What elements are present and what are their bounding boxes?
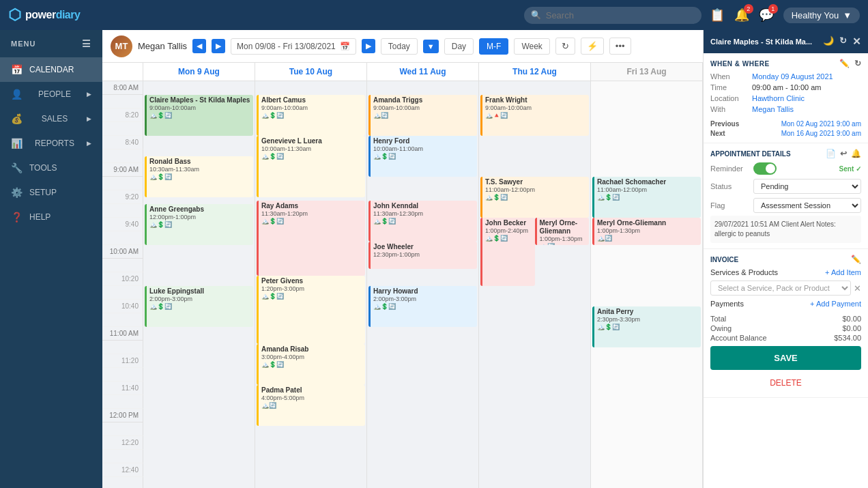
add-payment-button[interactable]: + Add Payment [810, 300, 861, 308]
reminder-toggle[interactable] [753, 162, 777, 175]
settings-button[interactable]: ⚡ [581, 38, 604, 55]
status-select[interactable]: Pending Confirmed Cancelled [753, 179, 861, 194]
logo: ⬡ powerdiary [8, 6, 80, 24]
owing-row: Owing $0.00 [710, 324, 861, 332]
doc-icon[interactable]: 📄 [826, 149, 836, 158]
calendar-picker-icon[interactable]: 📅 [340, 42, 350, 51]
help-icon: ❓ [11, 212, 23, 223]
rp-header: Claire Maples - St Kilda Ma... 🌙 ↻ ✕ [704, 30, 868, 53]
appt-harry-howard[interactable]: Harry Howard 2:00pm-3:00pm 🏔️💲🔄 [368, 286, 477, 327]
appt-genevieve-luera[interactable]: Genevieve L Luera 10:00am-11:30am 🏔️💲🔄 [257, 136, 365, 197]
appt-details-title: APPOINTMENT DETAILS 📄 ↩ 🔔 [710, 149, 861, 158]
next-date-button[interactable]: ▶ [362, 39, 375, 53]
history-icon[interactable]: ↩ [840, 149, 847, 158]
delete-button[interactable]: DELETE [710, 374, 861, 392]
user-menu-button[interactable]: Healthy You ▼ [783, 8, 860, 23]
location-row: Location Hawthorn Clinic [710, 94, 861, 102]
sidebar-item-reports[interactable]: 📊 REPORTS ▶ [0, 131, 102, 156]
appt-peter-givens[interactable]: Peter Givens 1:20pm-3:00pm 🏔️💲🔄 [257, 276, 365, 344]
more-button[interactable]: ••• [609, 38, 631, 55]
refresh-icon[interactable]: ↻ [854, 59, 862, 68]
menu-label: MENU [11, 40, 35, 48]
time-1100: 11:00 AM [102, 327, 143, 341]
appt-john-kenndal[interactable]: John Kenndal 11:30am-12:30pm 🏔️💲🔄 [368, 201, 477, 242]
appt-frank-wright[interactable]: Frank Wright 9:00am-10:00am 🏔️🔺🔄 [480, 95, 589, 136]
previous-row: Previous Mon 02 Aug 2021 9:00 am [710, 120, 861, 128]
add-item-button[interactable]: + Add Item [825, 268, 861, 276]
when-row: When Monday 09 August 2021 [710, 72, 861, 81]
save-button[interactable]: SAVE [710, 346, 861, 370]
right-panel: Claire Maples - St Kilda Ma... 🌙 ↻ ✕ WHE… [703, 30, 868, 488]
time-labels: 8:00 AM 8:20 8:40 9:00 AM 9:20 9:40 [102, 81, 143, 488]
appt-anita-perry[interactable]: Anita Perry 2:30pm-3:30pm 🏔️💲🔄 [592, 306, 701, 347]
chat-icon[interactable]: 💬 1 [759, 8, 774, 23]
account-balance-row: Account Balance $534.00 [710, 334, 861, 342]
menu-header: MENU ☰ [0, 30, 102, 57]
rp-title: Claire Maples - St Kilda Ma... [710, 38, 812, 46]
chevron-down-icon: ▼ [843, 10, 852, 20]
appt-joe-wheeler[interactable]: Joe Wheeler 12:30pm-1:00pm [368, 242, 477, 269]
invoice-title: INVOICE ✏️ [710, 255, 861, 264]
time-1000: 10:00 AM [102, 245, 143, 259]
search-input[interactable] [524, 7, 701, 24]
moon-icon: 🌙 [823, 35, 834, 48]
today-button[interactable]: Today [381, 38, 418, 55]
appt-ronald-bass[interactable]: Ronald Bass 10:30am-11:30am 🏔️💲🔄 [145, 156, 253, 197]
flag-select[interactable]: Assessment Session [753, 198, 861, 213]
sidebar-item-help[interactable]: ❓ HELP [0, 205, 102, 229]
day-header-wed: Wed 11 Aug [367, 63, 479, 81]
rp-refresh-icon[interactable]: ↻ [839, 35, 847, 48]
clipboard-icon[interactable]: 📋 [710, 8, 725, 23]
sidebar-label-tools: TOOLS [29, 163, 57, 173]
appt-ray-adams[interactable]: Ray Adams 11:30am-1:20pm 🏔️💲🔄 [257, 201, 365, 276]
appt-padma-patel[interactable]: Padma Patel 4:00pm-5:00pm 🏔️🔄 [257, 385, 365, 426]
total-row: Total $0.00 [710, 315, 861, 323]
calendar-toolbar: MT Megan Tallis ◀ ▶ Mon 09/08 - Fri 13/0… [102, 30, 703, 63]
prev-practitioner-button[interactable]: ◀ [192, 39, 206, 53]
appt-meryl-orne-fri[interactable]: Meryl Orne-Gliemann 1:00pm-1:30pm 🏔️🔄 [592, 218, 701, 245]
time-900: 9:00 AM [102, 163, 143, 177]
week-view-button[interactable]: Week [514, 38, 549, 55]
bell-icon[interactable]: 🔔 2 [734, 8, 749, 23]
appt-henry-ford[interactable]: Henry Ford 10:00am-11:00am 🏔️💲🔄 [368, 136, 477, 177]
when-where-section: WHEN & WHERE ✏️ ↻ When Monday 09 August … [704, 53, 868, 143]
app-container: ⬡ powerdiary 🔍 📋 🔔 2 💬 1 Healthy You ▼ [0, 0, 868, 488]
time-1200: 12:00 PM [102, 409, 143, 422]
appt-amanda-risab[interactable]: Amanda Risab 3:00pm-4:00pm 🏔️💲🔄 [257, 344, 365, 385]
time-row: Time 09:00 am - 10:00 am [710, 83, 861, 91]
sidebar-item-calendar[interactable]: 📅 CALENDAR [0, 57, 102, 82]
appt-luke-eppingstall[interactable]: Luke Eppingstall 2:00pm-3:00pm 🏔️💲🔄 [145, 286, 253, 327]
sidebar-item-tools[interactable]: 🔧 TOOLS [0, 156, 102, 180]
appt-albert-camus[interactable]: Albert Camus 9:00am-10:00am 🏔️💲🔄 [257, 95, 365, 136]
appt-meryl-orne-thu[interactable]: Meryl Orne-Gliemann 1:00pm-1:30pm 🏔️🔄 [535, 218, 590, 245]
appt-anne-greengabs[interactable]: Anne Greengabs 12:00pm-1:00pm 🏔️💲🔄 [145, 204, 253, 245]
next-practitioner-button[interactable]: ▶ [212, 39, 225, 53]
appt-ts-sawyer[interactable]: T.S. Sawyer 11:00am-12:00pm 🏔️💲🔄 [480, 177, 589, 218]
edit-icon[interactable]: ✏️ [839, 59, 850, 68]
appt-rachael-schomacher[interactable]: Rachael Schomacher 11:00am-12:00pm 🏔️💲🔄 [592, 177, 701, 218]
calendar-scroll-area[interactable]: Mon 9 Aug Tue 10 Aug Wed 11 Aug Thu 12 A… [102, 63, 703, 488]
setup-icon: ⚙️ [11, 187, 23, 198]
today-dropdown-button[interactable]: ▼ [423, 40, 439, 53]
hamburger-icon[interactable]: ☰ [82, 38, 91, 49]
with-row: With Megan Tallis [710, 105, 861, 113]
appt-amanda-triggs[interactable]: Amanda Triggs 9:00am-10:00am 🏔️🔄 [368, 95, 477, 136]
appt-claire-maples[interactable]: Claire Maples - St Kilda Maples 9:00am-1… [145, 95, 253, 136]
service-select[interactable]: Select a Service, Pack or Product [710, 281, 851, 296]
rp-close-icon[interactable]: ✕ [852, 35, 861, 48]
sidebar-item-people[interactable]: 👤 PEOPLE ▶ [0, 82, 102, 106]
refresh-button[interactable]: ↻ [555, 38, 575, 55]
sidebar-item-sales[interactable]: 💰 SALES ▶ [0, 106, 102, 131]
day-view-button[interactable]: Day [444, 38, 474, 55]
mf-view-button[interactable]: M-F [479, 38, 508, 55]
nav-icons: 📋 🔔 2 💬 1 Healthy You ▼ [710, 8, 860, 23]
service-clear-button[interactable]: ✕ [854, 283, 861, 293]
appt-john-becker[interactable]: John Becker 1:00pm-2:40pm 🏔️💲🔄 [480, 218, 535, 286]
bell-detail-icon[interactable]: 🔔 [851, 149, 861, 158]
header-spacer [102, 63, 143, 81]
invoice-edit-icon[interactable]: ✏️ [851, 255, 861, 264]
sidebar-item-setup[interactable]: ⚙️ SETUP [0, 180, 102, 205]
chat-badge: 1 [768, 4, 778, 14]
status-row: Status Pending Confirmed Cancelled [710, 179, 861, 194]
calendar-icon: 📅 [11, 64, 23, 75]
